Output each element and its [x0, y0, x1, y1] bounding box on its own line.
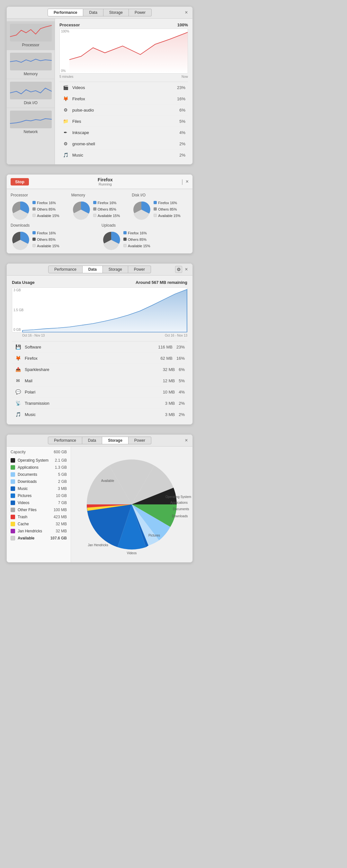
- storage-item-videos[interactable]: Videos 7 GB: [10, 499, 67, 506]
- close-button-3[interactable]: ×: [184, 267, 189, 272]
- label-apps: Applications: [170, 501, 188, 504]
- close-button[interactable]: ×: [184, 10, 189, 16]
- ff-diskio-label: Disk I/O: [132, 193, 189, 197]
- videos-color: [10, 500, 15, 505]
- panel1-header: Performance Data Storage Power ×: [7, 7, 192, 19]
- y-bottom: 0%: [61, 69, 69, 73]
- storage-item-other[interactable]: Other Files 100 MB: [10, 506, 67, 514]
- firefox-title: Firefox Running: [29, 177, 182, 186]
- app-row[interactable]: 📁 Files 5%: [59, 116, 188, 127]
- storage-item-pictures[interactable]: Pictures 10 GB: [10, 492, 67, 499]
- storage-item-apps[interactable]: Applications 1.3 GB: [10, 464, 67, 471]
- legend-available-pct: 15%: [52, 214, 59, 218]
- inkscape-icon: ✒: [62, 129, 69, 136]
- app-row[interactable]: 🎵 Music 2%: [59, 150, 188, 160]
- perf-main: Processor 100% 100% 0%: [55, 19, 192, 164]
- capacity-value: 600 GB: [54, 450, 67, 454]
- app-row[interactable]: 💬 Polari 10 MB 4%: [12, 386, 187, 398]
- diskio-mini-chart: [10, 82, 52, 99]
- ff-diskio-pie: [132, 200, 151, 219]
- app-row[interactable]: 💾 Software 116 MB 23%: [12, 341, 187, 353]
- ff-memory-pie: [71, 200, 91, 219]
- gnomeshell-icon: ⚙: [62, 140, 69, 147]
- storage-name: Other Files: [18, 507, 54, 512]
- app-row[interactable]: ⚙ pulse-audio 6%: [59, 104, 188, 116]
- app-row[interactable]: ✉ Mail 12 MB 5%: [12, 375, 187, 386]
- app-row[interactable]: 🦊 Firefox 62 MB 16%: [12, 353, 187, 364]
- app-pct: 2%: [179, 153, 185, 157]
- firefox-icon: 🦊: [14, 354, 22, 362]
- tab-data-4[interactable]: Data: [82, 437, 102, 444]
- data-panel: Performance Data Storage Power ⚙ × Data …: [6, 263, 193, 425]
- close-button-4[interactable]: ×: [184, 437, 189, 443]
- tab-power-4[interactable]: Power: [128, 437, 151, 444]
- storage-item-downloads[interactable]: Downloads 2 GB: [10, 478, 67, 485]
- app-size: 32 MB: [163, 367, 175, 372]
- storage-item-available[interactable]: Available 107.6 GB: [10, 535, 67, 542]
- legend-available-name: Available: [37, 214, 51, 218]
- storage-item-docs[interactable]: Documents 5 GB: [10, 471, 67, 478]
- app-name: Sparkleshare: [25, 367, 163, 372]
- tab-storage[interactable]: Storage: [103, 9, 129, 17]
- processor-mini-chart: [10, 24, 52, 41]
- app-row[interactable]: 🦊 Firefox 16%: [59, 93, 188, 104]
- storage-item-trash[interactable]: Trash 423 MB: [10, 514, 67, 521]
- gear-button[interactable]: ⚙: [175, 266, 182, 273]
- storage-chart-area: Available Operating System Applications …: [71, 446, 192, 562]
- ff-uploads-section: Uploads Firefox 16% Others 85% Available…: [101, 223, 189, 249]
- data-x-left: Oct 16 - Nov 13: [22, 334, 45, 337]
- x-right: Now: [182, 75, 188, 79]
- app-name: Firefox: [25, 356, 160, 361]
- app-pct: 2%: [179, 412, 185, 417]
- storage-size: 1.3 GB: [55, 465, 67, 470]
- app-row[interactable]: 🎬 Videos 23%: [59, 82, 188, 93]
- label-available: Available: [101, 479, 115, 483]
- panel3-header: Performance Data Storage Power ⚙ ×: [7, 264, 192, 276]
- label-pictures: Pictures: [149, 534, 160, 537]
- app-row[interactable]: ✒ Inkscape 4%: [59, 127, 188, 138]
- storage-item-cache[interactable]: Cache 32 MB: [10, 521, 67, 528]
- tab-performance-3[interactable]: Performance: [48, 266, 83, 273]
- sidebar-item-network[interactable]: Network: [7, 108, 55, 136]
- storage-pie-chart: Available Operating System Applications …: [80, 453, 183, 556]
- tab-power[interactable]: Power: [129, 9, 152, 17]
- app-size: 62 MB: [160, 356, 172, 361]
- tab-data-3[interactable]: Data: [83, 266, 103, 273]
- app-pct: 2%: [179, 142, 185, 146]
- chart-axis-labels: 5 minutes Now: [59, 75, 188, 79]
- label-os: Operating System: [165, 495, 191, 499]
- sidebar-item-diskio[interactable]: Disk I/O: [7, 79, 55, 108]
- ff-processor-pie-row: Firefox 16% Others 85% Available 15%: [10, 200, 67, 219]
- separator: |: [182, 179, 183, 185]
- memory-mini-chart: [10, 53, 52, 70]
- app-size: 12 MB: [163, 378, 175, 383]
- sidebar-network-label: Network: [9, 129, 53, 134]
- capacity-label: Capacity: [10, 450, 26, 454]
- videos-icon: 🎬: [62, 84, 69, 91]
- tab-data[interactable]: Data: [83, 9, 103, 17]
- data-y-top: 3 GB: [13, 288, 24, 292]
- sidebar-item-memory[interactable]: Memory: [7, 50, 55, 79]
- app-row[interactable]: 📤 Sparkleshare 32 MB 6%: [12, 364, 187, 375]
- app-row[interactable]: 📡 Transmission 3 MB 2%: [12, 398, 187, 409]
- ff-memory-legend: Firefox 16% Others 85% Available 15%: [93, 200, 120, 219]
- tab-storage-4[interactable]: Storage: [102, 437, 128, 444]
- tab-storage-3[interactable]: Storage: [103, 266, 128, 273]
- app-name: Mail: [25, 378, 163, 383]
- storage-item-music[interactable]: Music 3 MB: [10, 485, 67, 492]
- app-row[interactable]: ⚙ gnome-shell 2%: [59, 138, 188, 150]
- firefox-close-button[interactable]: ×: [186, 179, 189, 185]
- tab-power-3[interactable]: Power: [128, 266, 151, 273]
- app-row[interactable]: 🎵 Music 3 MB 2%: [12, 409, 187, 420]
- storage-item-os[interactable]: Operating System 2.1 GB: [10, 457, 67, 464]
- tab-performance[interactable]: Performance: [48, 9, 83, 17]
- storage-item-jan[interactable]: Jan Hendricks 32 MB: [10, 528, 67, 535]
- perf-sidebar: Processor Memory Disk I/O: [7, 19, 55, 164]
- sidebar-item-processor[interactable]: Processor: [7, 21, 55, 50]
- ff-uploads-legend: Firefox 16% Others 85% Available 15%: [123, 230, 150, 249]
- app-size: 10 MB: [163, 390, 175, 395]
- stop-button[interactable]: Stop: [10, 178, 29, 186]
- pulseaudio-icon: ⚙: [62, 106, 69, 114]
- tab-performance-4[interactable]: Performance: [48, 437, 82, 444]
- firefox-app-name: Firefox: [29, 177, 182, 182]
